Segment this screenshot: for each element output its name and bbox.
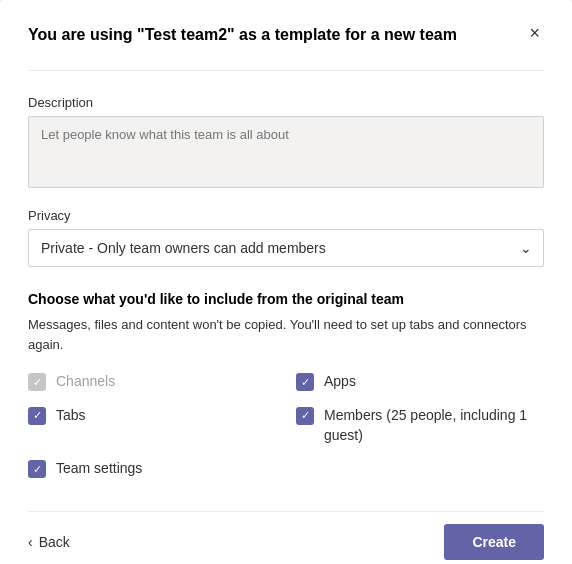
checkmark-icon: ✓ bbox=[33, 377, 42, 388]
checkmark-icon: ✓ bbox=[301, 377, 310, 388]
checkbox-label-channels: Channels bbox=[56, 372, 115, 392]
choose-section-description: Messages, files and content won't be cop… bbox=[28, 315, 544, 354]
dialog-footer: ‹ Back Create bbox=[28, 511, 544, 560]
back-button[interactable]: ‹ Back bbox=[28, 534, 70, 550]
privacy-label: Privacy bbox=[28, 208, 544, 223]
header-divider bbox=[28, 70, 544, 71]
checkbox-item-tabs[interactable]: ✓ Tabs bbox=[28, 406, 276, 445]
checkbox-label-tabs: Tabs bbox=[56, 406, 86, 426]
back-button-label: Back bbox=[39, 534, 70, 550]
checkbox-members[interactable]: ✓ bbox=[296, 407, 314, 425]
checkbox-label-members: Members (25 people, including 1 guest) bbox=[324, 406, 544, 445]
checkmark-icon: ✓ bbox=[33, 410, 42, 421]
choose-section-title: Choose what you'd like to include from t… bbox=[28, 291, 544, 307]
checkbox-item-team-settings[interactable]: ✓ Team settings bbox=[28, 459, 276, 479]
checkbox-tabs[interactable]: ✓ bbox=[28, 407, 46, 425]
checkbox-channels[interactable]: ✓ bbox=[28, 373, 46, 391]
checkbox-apps[interactable]: ✓ bbox=[296, 373, 314, 391]
dialog-header: You are using "Test team2" as a template… bbox=[28, 24, 544, 46]
dialog-container: You are using "Test team2" as a template… bbox=[0, 0, 572, 564]
checkbox-label-team-settings: Team settings bbox=[56, 459, 142, 479]
checkbox-item-members[interactable]: ✓ Members (25 people, including 1 guest) bbox=[296, 406, 544, 445]
create-button[interactable]: Create bbox=[444, 524, 544, 560]
close-button[interactable]: × bbox=[525, 24, 544, 42]
checkbox-item-apps[interactable]: ✓ Apps bbox=[296, 372, 544, 392]
checkboxes-grid: ✓ Channels ✓ Apps ✓ Tabs ✓ Members (25 p… bbox=[28, 372, 544, 478]
checkbox-label-apps: Apps bbox=[324, 372, 356, 392]
dialog-title: You are using "Test team2" as a template… bbox=[28, 24, 457, 46]
privacy-select[interactable]: Private - Only team owners can add membe… bbox=[28, 229, 544, 267]
checkbox-team-settings[interactable]: ✓ bbox=[28, 460, 46, 478]
privacy-select-wrapper: Private - Only team owners can add membe… bbox=[28, 229, 544, 267]
checkmark-icon: ✓ bbox=[33, 464, 42, 475]
description-input[interactable] bbox=[28, 116, 544, 188]
chevron-left-icon: ‹ bbox=[28, 534, 33, 550]
description-label: Description bbox=[28, 95, 544, 110]
checkmark-icon: ✓ bbox=[301, 410, 310, 421]
checkbox-item-channels[interactable]: ✓ Channels bbox=[28, 372, 276, 392]
